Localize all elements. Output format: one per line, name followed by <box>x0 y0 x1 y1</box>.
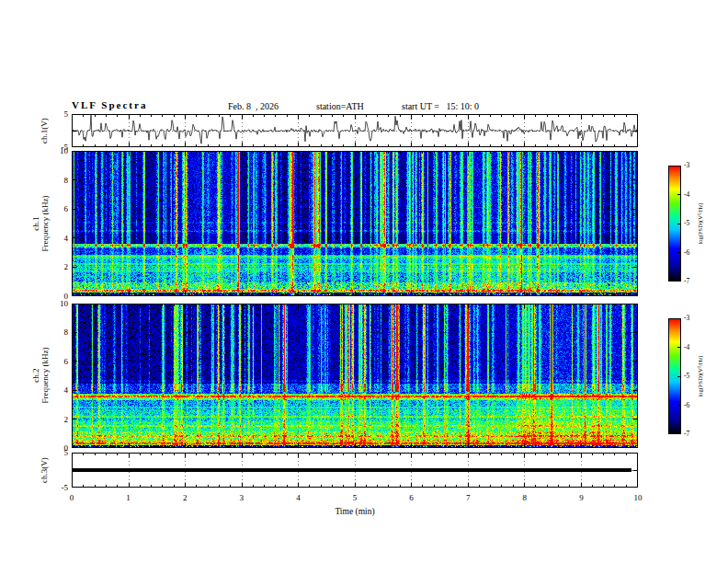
ch1-spectrogram-canvas <box>72 151 638 296</box>
x-tick-label-6: 6 <box>409 493 414 502</box>
plot-station: station=ATH <box>316 101 364 111</box>
colorbar-tick-label--6: -6 <box>684 402 689 409</box>
ch1-colorbar <box>668 166 681 282</box>
x-tick-label-0: 0 <box>70 493 74 502</box>
x-tick-label-3: 3 <box>240 493 245 502</box>
colorbar-tick-label--3: -3 <box>684 315 689 322</box>
y-tick-label-2: 2 <box>46 415 68 424</box>
x-tick-label-4: 4 <box>296 493 301 502</box>
colorbar-tick-label--7: -7 <box>684 278 689 285</box>
y-tick-label-10: 10 <box>46 146 68 155</box>
y-tick-label-8: 8 <box>46 176 68 185</box>
y-tick-label--5: -5 <box>46 483 68 492</box>
x-axis-title: Time (min) <box>335 507 374 516</box>
colorbar-tick-label--5: -5 <box>684 220 689 227</box>
colorbar-tick-label--4: -4 <box>684 344 689 351</box>
colorbar-tick-label--7: -7 <box>684 431 689 438</box>
plot-date: Feb. 8 , 2026 <box>228 101 279 111</box>
ch2-colorbar-title: log(PSD)(V²/Hz) <box>696 356 705 397</box>
plot-start-ut: start UT = 15: 10: 0 <box>402 101 479 111</box>
colorbar-tick-label--3: -3 <box>684 162 689 169</box>
x-tick-label-8: 8 <box>523 493 528 502</box>
colorbar-tick-label--6: -6 <box>684 249 689 257</box>
y-tick-label-8: 8 <box>46 327 68 337</box>
ch2-spectrogram-canvas <box>72 304 638 448</box>
y-tick-label-6: 6 <box>46 204 68 213</box>
x-tick-label-1: 1 <box>126 493 131 502</box>
x-tick-label-7: 7 <box>466 493 471 502</box>
colorbar-tick-label--4: -4 <box>684 191 689 199</box>
x-tick-label-2: 2 <box>183 493 188 502</box>
ch3-waveform-canvas <box>72 453 638 488</box>
x-tick-label-10: 10 <box>634 493 643 502</box>
plot-title: VLF Spectra <box>72 99 147 110</box>
vlf-spectra-figure: VLF Spectra Feb. 8 , 2026 station=ATH st… <box>0 0 728 563</box>
axis-label-line: ch.2 <box>31 347 40 403</box>
y-tick-label-10: 10 <box>46 299 68 308</box>
y-tick-label-4: 4 <box>46 385 68 395</box>
y-tick-label-5: 5 <box>46 448 68 457</box>
x-tick-label-5: 5 <box>353 493 358 502</box>
ch2-colorbar <box>668 318 681 434</box>
ch1-waveform-canvas <box>72 114 638 147</box>
colorbar-tick-label--5: -5 <box>684 373 689 380</box>
y-tick-label-2: 2 <box>46 262 68 271</box>
ch2-frequency-axis-label: ch.2 Frequency (kHz) <box>31 347 50 403</box>
ch1-colorbar-title: log(PSD)(V²/Hz) <box>696 203 705 245</box>
ch3-voltage-axis-label: ch.3(V) <box>40 457 49 483</box>
y-tick-label-6: 6 <box>46 357 68 366</box>
ch1-voltage-axis-label: ch.1(V) <box>40 118 49 144</box>
x-tick-label-9: 9 <box>579 493 584 502</box>
y-tick-label-5: 5 <box>46 109 68 119</box>
axis-label-line: Frequency (kHz) <box>40 347 50 403</box>
y-tick-label-4: 4 <box>46 234 68 243</box>
axis-label-line: ch.1 <box>31 195 40 251</box>
